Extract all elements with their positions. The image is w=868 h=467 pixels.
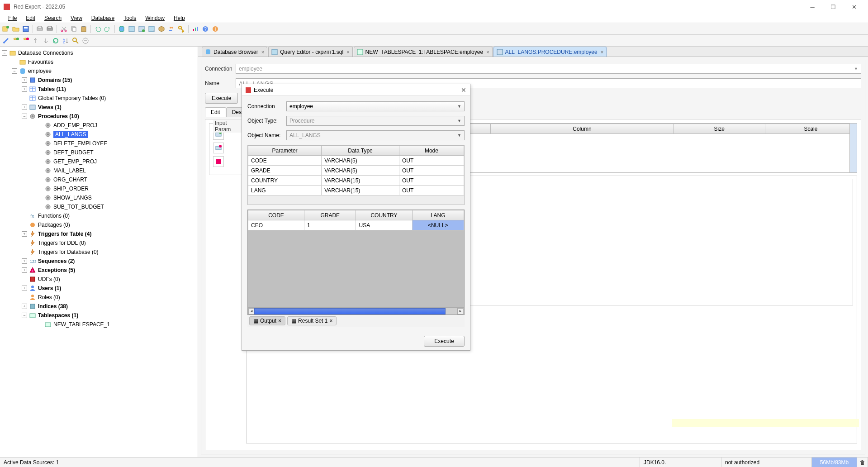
tree-item[interactable]: +Indices (38) bbox=[0, 302, 198, 311]
tab-close-icon[interactable]: × bbox=[486, 49, 489, 55]
tree-child[interactable]: ORG_CHART bbox=[0, 175, 198, 184]
tab-close-icon[interactable]: × bbox=[278, 318, 281, 324]
tree-item[interactable]: +123Sequences (2) bbox=[0, 257, 198, 266]
tree-expander[interactable]: + bbox=[22, 286, 27, 291]
connect-icon[interactable] bbox=[2, 37, 10, 45]
status-memory[interactable]: 56Mb/83Mb bbox=[812, 457, 857, 467]
sort-icon[interactable]: AZ bbox=[62, 37, 70, 45]
tree-item[interactable]: +Domains (15) bbox=[0, 76, 198, 85]
dlg-connection-select[interactable]: employee▼ bbox=[286, 101, 465, 111]
param-cell[interactable]: CODE bbox=[248, 156, 322, 166]
open-icon[interactable] bbox=[12, 25, 20, 33]
dialog-titlebar[interactable]: Execute ✕ bbox=[242, 84, 470, 96]
tree-child[interactable]: ALL_LANGS bbox=[0, 130, 198, 139]
down-icon[interactable] bbox=[42, 37, 50, 45]
tree-item[interactable]: +Triggers for Table (4) bbox=[0, 229, 198, 238]
tree-expander[interactable]: − bbox=[12, 68, 17, 74]
tree-expander[interactable]: + bbox=[22, 231, 27, 237]
users-icon[interactable] bbox=[167, 25, 175, 33]
package-icon[interactable] bbox=[157, 25, 166, 33]
col-grade[interactable]: GRADE bbox=[304, 210, 356, 220]
maximize-button[interactable]: ☐ bbox=[823, 0, 844, 14]
cell-lang[interactable]: <NULL> bbox=[412, 220, 464, 230]
tree-item[interactable]: Triggers for Database (0) bbox=[0, 248, 198, 257]
tree-db[interactable]: employee bbox=[28, 68, 52, 74]
tree-child[interactable]: MAIL_LABEL bbox=[0, 166, 198, 175]
param-cell[interactable]: VARCHAR(15) bbox=[322, 176, 399, 186]
refresh-icon[interactable] bbox=[52, 37, 60, 45]
tree-root[interactable]: Database Connections bbox=[18, 50, 73, 56]
dialog-execute-button[interactable]: Execute bbox=[424, 336, 465, 347]
tree-child[interactable]: DELETE_EMPLOYEE bbox=[0, 139, 198, 148]
tree-item[interactable]: Roles (0) bbox=[0, 293, 198, 302]
tree-item[interactable]: fxFunctions (0) bbox=[0, 211, 198, 220]
menu-window[interactable]: Window bbox=[141, 14, 169, 22]
collapse-icon[interactable] bbox=[81, 37, 90, 45]
tree-item[interactable]: Triggers for DDL (0) bbox=[0, 238, 198, 248]
cell-grade[interactable]: 1 bbox=[304, 220, 356, 230]
param-cell[interactable]: LANG bbox=[248, 186, 322, 195]
search-icon[interactable] bbox=[71, 37, 80, 45]
redo-icon[interactable] bbox=[104, 25, 112, 33]
info-icon[interactable]: i bbox=[211, 25, 219, 33]
tree-expander[interactable]: + bbox=[22, 105, 27, 110]
up-icon[interactable] bbox=[32, 37, 40, 45]
new-db-icon[interactable] bbox=[12, 37, 20, 45]
paste-icon[interactable] bbox=[80, 25, 88, 33]
col-mode[interactable]: Mode bbox=[399, 146, 464, 156]
tree-item[interactable]: +Views (1) bbox=[0, 103, 198, 112]
new-connection-icon[interactable] bbox=[2, 25, 10, 33]
col-size[interactable]: Size bbox=[674, 124, 765, 134]
gc-icon[interactable]: 🗑 bbox=[857, 457, 868, 467]
col-column[interactable]: Column bbox=[491, 124, 674, 134]
help-icon[interactable]: ? bbox=[201, 25, 209, 33]
chart-icon[interactable] bbox=[191, 25, 199, 33]
tree-child[interactable]: ADD_EMP_PROJ bbox=[0, 121, 198, 130]
tab-tablespace[interactable]: NEW_TABLESPACE_1:TABLESPACE:employee× bbox=[354, 47, 493, 57]
tree-expander[interactable]: + bbox=[22, 258, 27, 264]
tree-expander[interactable]: − bbox=[22, 313, 27, 318]
tree-child[interactable]: SUB_TOT_BUDGET bbox=[0, 202, 198, 211]
result-tab-resultset[interactable]: ▦Result Set 1× bbox=[287, 316, 337, 325]
tree-child[interactable]: SHOW_LANGS bbox=[0, 193, 198, 202]
close-button[interactable]: ✕ bbox=[844, 0, 864, 14]
tab-close-icon[interactable]: × bbox=[329, 318, 332, 324]
dialog-close-button[interactable]: ✕ bbox=[461, 86, 466, 94]
connection-select[interactable]: employee▼ bbox=[236, 64, 861, 74]
tree-expander[interactable]: − bbox=[22, 114, 27, 119]
print-preview-icon[interactable] bbox=[36, 25, 44, 33]
param-cell[interactable]: COUNTRY bbox=[248, 176, 322, 186]
tree-child[interactable]: DEPT_BUDGET bbox=[0, 148, 198, 157]
tree-child[interactable]: SHIP_ORDER bbox=[0, 184, 198, 193]
tree-item[interactable]: +Users (1) bbox=[0, 284, 198, 293]
menu-help[interactable]: Help bbox=[169, 14, 190, 22]
tree-item[interactable]: Packages (0) bbox=[0, 220, 198, 229]
del-db-icon[interactable] bbox=[22, 37, 30, 45]
tree-item[interactable]: +Tables (11) bbox=[0, 85, 198, 94]
tree-child[interactable]: GET_EMP_PROJ bbox=[0, 157, 198, 166]
param-cell[interactable]: VARCHAR(15) bbox=[322, 186, 399, 195]
tree-favourites[interactable]: Favourites bbox=[28, 59, 53, 65]
tab-close-icon[interactable]: × bbox=[601, 49, 603, 55]
minimize-button[interactable]: ─ bbox=[802, 0, 823, 14]
col-country[interactable]: COUNTRY bbox=[356, 210, 412, 220]
tab-close-icon[interactable]: × bbox=[346, 49, 349, 55]
col-code[interactable]: CODE bbox=[248, 210, 304, 220]
cell-code[interactable]: CEO bbox=[248, 220, 304, 230]
menu-view[interactable]: View bbox=[66, 14, 87, 22]
param-cell[interactable]: OUT bbox=[399, 186, 464, 195]
param-cell[interactable]: OUT bbox=[399, 176, 464, 186]
dlg-objtype-select[interactable]: Procedure▼ bbox=[286, 116, 465, 126]
copy-icon[interactable] bbox=[70, 25, 78, 33]
horizontal-scrollbar[interactable]: ◄ ► bbox=[248, 307, 464, 315]
subtab-edit[interactable]: Edit bbox=[205, 107, 226, 117]
tree-item[interactable]: Global Temporary Tables (0) bbox=[0, 94, 198, 103]
vertical-scrollbar[interactable] bbox=[849, 124, 857, 172]
tree-child[interactable]: NEW_TABLESPACE_1 bbox=[0, 320, 198, 329]
print-icon[interactable] bbox=[46, 25, 54, 33]
tree-expander[interactable]: + bbox=[22, 77, 27, 83]
del-row-icon[interactable] bbox=[213, 143, 224, 153]
col-datatype[interactable]: Data Type bbox=[322, 146, 399, 156]
col-scale[interactable]: Scale bbox=[765, 124, 856, 134]
tree-item[interactable]: UDFs (0) bbox=[0, 275, 198, 284]
